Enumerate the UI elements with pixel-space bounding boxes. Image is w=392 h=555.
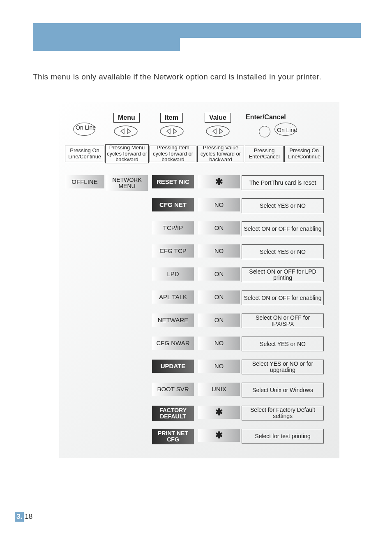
svg-marker-8: [219, 129, 223, 134]
enter-desc-cell: Select for Factory Default settings: [242, 406, 324, 420]
footer-line: [35, 519, 80, 519]
footer-page: 18: [24, 513, 32, 521]
svg-marker-7: [213, 129, 216, 134]
value-cell: UNIX: [198, 383, 240, 396]
footer-section: 3.: [15, 512, 24, 522]
item-cell: FACTORY DEFAULT: [152, 406, 194, 421]
enter-desc-cell: The PortThru card is reset: [242, 175, 324, 190]
desc-value: Pressing Value cycles forward or backwar…: [197, 146, 244, 162]
item-cell: BOOT SVR: [152, 383, 194, 396]
svg-marker-1: [121, 129, 124, 134]
value-star-icon: ✱: [198, 429, 240, 442]
header-menu: Menu: [113, 113, 140, 123]
enter-desc-cell: Select YES or NO: [242, 198, 324, 213]
network-menu-cell: NETWORK MENU: [106, 175, 148, 191]
svg-marker-4: [167, 129, 170, 134]
enter-desc-cell: Select YES or NO or for upgrading: [242, 360, 324, 374]
value-cell: ON: [198, 313, 240, 327]
svg-point-3: [160, 126, 183, 137]
header-notch: [180, 38, 361, 52]
svg-point-0: [114, 126, 137, 137]
menu-row: BOOT SVRUNIXSelect Unix or Windows: [59, 383, 339, 397]
value-cell: ON: [198, 221, 240, 235]
menu-row: TCP/IPONSelect ON or OFF for enabling: [59, 221, 339, 236]
menu-row: LPDONSelect ON or OFF for LPD printing: [59, 267, 339, 282]
desc-row: Pressing On Line/Continue Pressing Menu …: [59, 146, 339, 164]
item-cell: CFG NET: [152, 198, 194, 211]
menu-row: NETWAREONSelect ON or OFF for IPX/SPX: [59, 313, 339, 328]
svg-point-6: [206, 126, 229, 137]
value-arrows-icon: [205, 125, 230, 137]
item-cell: PRINT NET CFG: [152, 429, 194, 444]
desc-online: Pressing On Line/Continue: [65, 146, 104, 162]
item-cell: TCP/IP: [152, 221, 194, 235]
offline-cell: OFFLINE: [65, 175, 104, 188]
desc-menu: Pressing Menu cycles forward or backward: [105, 144, 149, 163]
svg-marker-2: [127, 129, 131, 134]
menu-row: APL TALKONSelect ON or OFF for enabling: [59, 290, 339, 305]
item-cell: CFG NWAR: [152, 337, 194, 350]
column-headers: Menu Item Value Enter/Cancel: [59, 113, 339, 125]
online-oval-left: [73, 123, 95, 136]
enter-desc-cell: Select ON or OFF for IPX/SPX: [242, 313, 324, 328]
enter-desc-cell: Select YES or NO: [242, 337, 324, 351]
value-cell: NO: [198, 244, 240, 258]
menu-row: PRINT NET CFG✱Select for test printing: [59, 429, 339, 444]
enter-desc-cell: Select for test printing: [242, 429, 324, 444]
enter-desc-cell: Select Unix or Windows: [242, 383, 324, 397]
header-enter: Enter/Cancel: [242, 113, 290, 122]
enter-desc-cell: Select ON or OFF for LPD printing: [242, 267, 324, 282]
menu-arrows-icon: [113, 125, 138, 137]
desc-enter: Pressing Enter/Cancel: [245, 146, 284, 162]
online-oval-right: [274, 123, 297, 136]
menu-row: FACTORY DEFAULT✱Select for Factory Defau…: [59, 406, 339, 420]
menu-row: CFG NWARNOSelect YES or NO: [59, 337, 339, 351]
enter-desc-cell: Select ON or OFF for enabling: [242, 221, 324, 236]
value-cell: NO: [198, 337, 240, 350]
intro-text: This menu is only available if the Netwo…: [33, 71, 362, 83]
value-cell: ON: [198, 267, 240, 281]
header-item: Item: [160, 113, 183, 123]
value-cell: NO: [198, 198, 240, 211]
item-cell: RESET NIC: [152, 175, 194, 188]
value-star-icon: ✱: [198, 406, 240, 419]
item-cell: CFG TCP: [152, 244, 194, 258]
menu-row: UPDATENOSelect YES or NO or for upgradin…: [59, 360, 339, 374]
desc-item: Pressing Item cycles forward or backward: [150, 146, 196, 162]
enter-circle-icon: [259, 126, 270, 137]
page-footer: 3. 18: [15, 512, 80, 522]
item-cell: APL TALK: [152, 290, 194, 304]
menu-row: CFG NETNOSelect YES or NO: [59, 198, 339, 213]
item-cell: LPD: [152, 267, 194, 281]
menu-row: OFFLINENETWORK MENURESET NIC✱The PortThr…: [59, 175, 339, 190]
enter-desc-cell: Select ON or OFF for enabling: [242, 290, 324, 305]
menu-row: CFG TCPNOSelect YES or NO: [59, 244, 339, 259]
header-value: Value: [205, 113, 231, 123]
value-cell: ON: [198, 290, 240, 304]
value-star-icon: ✱: [198, 175, 240, 188]
svg-marker-5: [173, 129, 177, 134]
value-cell: NO: [198, 360, 240, 373]
desc-online2: Pressing On Line/Continue: [284, 146, 324, 162]
diagram-panel: Menu Item Value Enter/Cancel On Line On …: [59, 102, 339, 458]
item-cell: UPDATE: [152, 360, 194, 373]
item-arrows-icon: [159, 125, 184, 137]
enter-desc-cell: Select YES or NO: [242, 244, 324, 259]
item-cell: NETWARE: [152, 313, 194, 327]
